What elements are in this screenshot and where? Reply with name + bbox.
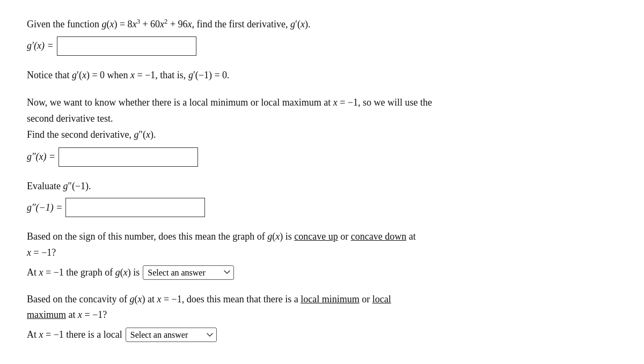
second-derivative-input[interactable] xyxy=(58,147,198,167)
main-container: Given the function g(x) = 8x3 + 60x2 + 9… xyxy=(27,16,617,354)
evaluate-row: g″(−1) = xyxy=(27,198,617,217)
concave-down-text: concave down xyxy=(351,231,406,242)
evaluate-label: g″(−1) = xyxy=(27,202,62,213)
evaluate-intro-text: Evaluate g″(−1). xyxy=(27,179,617,194)
concavity-select[interactable]: Select an answer concave up concave down xyxy=(143,265,234,280)
local-extrema-answer-prefix: At x = −1 there is a local xyxy=(27,329,122,340)
maximum-text: maximum xyxy=(27,309,66,320)
section-first-derivative: Given the function g(x) = 8x3 + 60x2 + 9… xyxy=(27,16,617,56)
notice-text: Notice that g′(x) = 0 when x = −1, that … xyxy=(27,68,617,84)
section-evaluate: Evaluate g″(−1). g″(−1) = xyxy=(27,179,617,218)
local-minimum-text: local minimum xyxy=(301,294,360,304)
evaluate-input[interactable] xyxy=(65,198,205,217)
local-extrema-question-text: Based on the concavity of g(x) at x = −1… xyxy=(27,292,617,323)
section-second-derivative: Now, we want to know whether there is a … xyxy=(27,95,617,166)
section-notice: Notice that g′(x) = 0 when x = −1, that … xyxy=(27,68,617,84)
concavity-answer-row: At x = −1 the graph of g(x) is Select an… xyxy=(27,265,617,280)
section-concavity: Based on the sign of this number, does t… xyxy=(27,229,617,279)
local-extrema-select[interactable]: Select an answer minimum maximum xyxy=(126,328,217,342)
problem-intro-text: Given the function g(x) = 8x3 + 60x2 + 9… xyxy=(27,16,617,32)
concavity-question-text: Based on the sign of this number, does t… xyxy=(27,229,617,261)
second-derivative-label: g″(x) = xyxy=(27,151,55,162)
concavity-answer-prefix: At x = −1 the graph of g(x) is xyxy=(27,267,140,278)
first-derivative-label: g′(x) = xyxy=(27,40,54,51)
first-derivative-row: g′(x) = xyxy=(27,36,617,56)
concave-up-text: concave up xyxy=(294,231,338,242)
second-derivative-row: g″(x) = xyxy=(27,147,617,167)
first-derivative-input[interactable] xyxy=(57,36,196,56)
local-extrema-answer-row: At x = −1 there is a local Select an ans… xyxy=(27,328,617,342)
local-text: local xyxy=(372,294,391,304)
second-derivative-intro: Now, we want to know whether there is a … xyxy=(27,95,617,143)
section-local-extrema: Based on the concavity of g(x) at x = −1… xyxy=(27,292,617,342)
